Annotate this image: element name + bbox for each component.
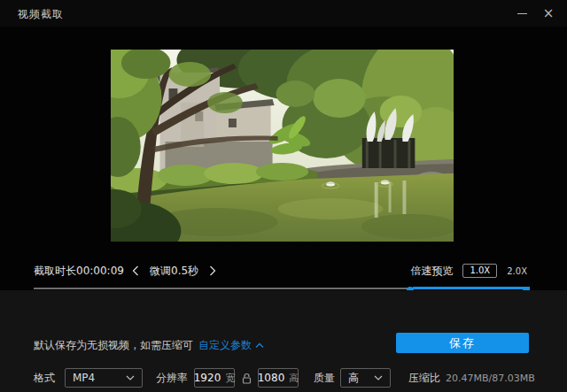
minimize-icon <box>517 13 527 14</box>
quality-value: 高 <box>348 371 359 386</box>
fine-tune-back-button[interactable] <box>129 264 142 278</box>
chevron-down-icon <box>374 375 383 380</box>
compression-ratio-value: 20.47MB/87.03MB <box>446 373 535 384</box>
width-unit: 宽 <box>225 372 235 385</box>
speed-1x-button[interactable]: 1.0X <box>462 264 497 278</box>
timeline-track[interactable] <box>34 288 413 289</box>
clip-duration-label: 截取时长 <box>34 265 76 277</box>
clip-duration-value: 00:00:09 <box>76 265 124 277</box>
save-hint: 默认保存为无损视频，如需压缩可 自定义参数 <box>34 338 264 353</box>
params-row: 格式 MP4 分辨率 1920 宽 1080 高 质量 <box>34 368 539 388</box>
height-field[interactable]: 1080 高 <box>258 368 299 388</box>
lock-icon <box>242 373 252 384</box>
quality-label: 质量 <box>314 371 335 386</box>
chevron-left-icon <box>132 265 139 276</box>
save-button[interactable]: 保存 <box>396 333 529 353</box>
clip-duration: 截取时长00:00:09 <box>34 264 124 279</box>
resolution-label: 分辨率 <box>156 371 188 386</box>
height-value: 1080 <box>258 372 285 384</box>
speed-preview-label: 倍速预览 <box>410 264 453 279</box>
quality-select[interactable]: 高 <box>340 368 391 388</box>
video-preview[interactable] <box>111 50 454 242</box>
chevron-down-icon <box>126 375 135 380</box>
titlebar: 视频截取 × <box>0 0 567 27</box>
aspect-lock-toggle[interactable] <box>239 373 253 384</box>
chevron-up-icon <box>255 342 264 349</box>
fine-tune-forward-button[interactable] <box>206 264 219 278</box>
bottom-panel: 默认保存为无损视频，如需压缩可 自定义参数 保存 格式 MP4 分辨率 1920… <box>0 290 567 392</box>
video-frame-scene <box>111 50 454 242</box>
close-button[interactable]: × <box>535 0 562 27</box>
width-value: 1920 <box>194 372 221 384</box>
speed-preview-control: 倍速预览 1.0X 2.0X <box>410 262 527 280</box>
format-label: 格式 <box>34 371 55 386</box>
height-unit: 高 <box>289 372 299 385</box>
custom-params-link-label: 自定义参数 <box>198 338 252 353</box>
format-select[interactable]: MP4 <box>65 368 143 388</box>
video-clip-dialog: 视频截取 × <box>0 0 567 392</box>
width-field[interactable]: 1920 宽 <box>194 368 235 388</box>
playback-controls: 截取时长00:00:09 微调0.5秒 倍速预览 1.0X 2.0X <box>34 262 527 280</box>
fine-tune-control: 微调0.5秒 <box>129 262 219 280</box>
timeline-selected-range[interactable] <box>413 287 530 289</box>
custom-params-link[interactable]: 自定义参数 <box>198 338 264 353</box>
window-title: 视频截取 <box>18 7 64 22</box>
minimize-button[interactable] <box>509 0 535 27</box>
compression-ratio-label: 压缩比 <box>408 371 440 386</box>
speed-2x-button[interactable]: 2.0X <box>507 266 527 276</box>
fine-tune-label: 微调0.5秒 <box>150 264 198 279</box>
save-hint-text: 默认保存为无损视频，如需压缩可 <box>34 338 193 353</box>
chevron-right-icon <box>209 265 216 276</box>
format-value: MP4 <box>73 372 95 384</box>
close-icon: × <box>543 5 555 21</box>
